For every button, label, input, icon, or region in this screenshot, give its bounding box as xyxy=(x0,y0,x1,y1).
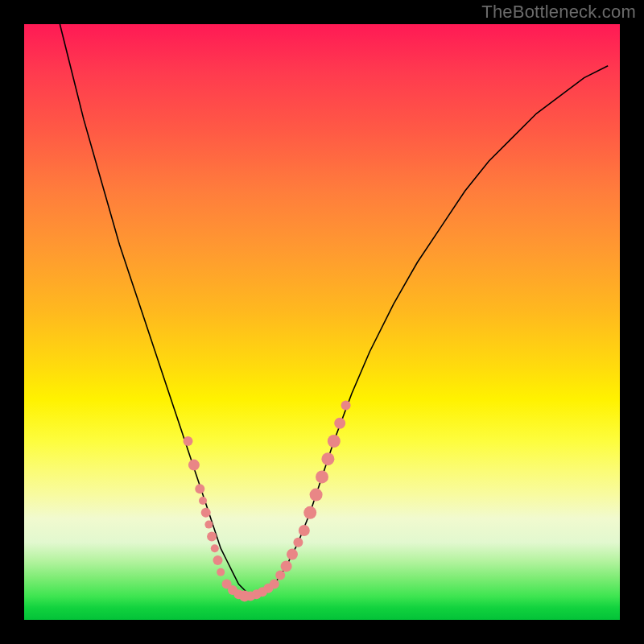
data-point xyxy=(199,497,207,505)
data-point xyxy=(270,580,279,589)
data-points-group xyxy=(184,401,351,602)
data-point xyxy=(287,549,298,560)
watermark-text: TheBottleneck.com xyxy=(481,2,636,23)
data-point xyxy=(211,544,219,552)
data-point xyxy=(281,560,292,572)
data-point xyxy=(184,436,193,446)
data-point xyxy=(328,435,341,448)
data-point xyxy=(188,460,200,471)
chart-overlay xyxy=(24,24,620,620)
data-point xyxy=(341,401,351,411)
bottleneck-curve xyxy=(60,24,608,596)
data-point xyxy=(275,571,285,580)
data-point xyxy=(316,470,328,483)
data-point xyxy=(334,418,345,429)
data-point xyxy=(204,521,213,529)
data-point xyxy=(217,568,225,576)
data-point xyxy=(195,484,204,493)
data-point xyxy=(303,506,316,519)
data-point xyxy=(293,538,303,547)
data-point xyxy=(207,531,217,541)
data-point xyxy=(213,555,223,565)
data-point xyxy=(321,452,334,465)
data-point xyxy=(310,489,323,502)
data-point xyxy=(201,508,211,518)
chart-frame: TheBottleneck.com xyxy=(0,0,644,644)
data-point xyxy=(299,525,310,536)
